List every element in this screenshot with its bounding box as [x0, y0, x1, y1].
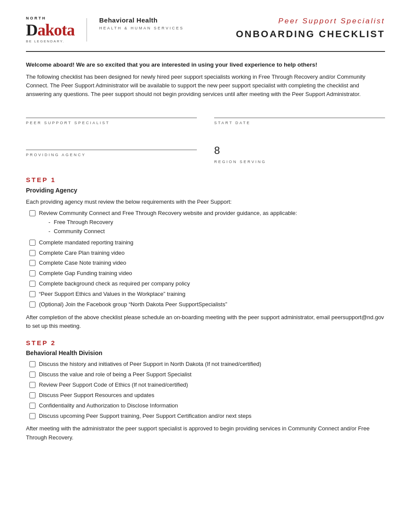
list-item: Discuss Peer Support Resources and updat… [29, 391, 385, 400]
list-item: Review Peer Support Code of Ethics (If n… [29, 381, 385, 389]
list-item-text: Review Peer Support Code of Ethics (If n… [39, 381, 188, 389]
checkbox-icon[interactable] [29, 403, 35, 409]
list-item: Complete Care Plan training video [29, 249, 385, 257]
start-date-field: START DATE [214, 111, 385, 140]
checkbox-icon[interactable] [29, 291, 35, 297]
list-item-text: (Optional) Join the Facebook group “Nort… [39, 301, 227, 309]
dakota-akota: akota [37, 21, 74, 39]
list-item-text: Complete background check as required pe… [39, 280, 190, 288]
list-item-text: Discuss the value and role of being a Pe… [39, 371, 192, 379]
providing-agency-label: PROVIDING AGENCY [26, 152, 197, 158]
step1-checklist: Review Community Connect and Free Throug… [29, 209, 385, 308]
list-item-text: Confidentiality and Authorization to Dis… [39, 402, 178, 410]
checkbox-icon[interactable] [29, 413, 35, 419]
step1-intro: Each providing agency must review the be… [26, 198, 385, 206]
checkbox-icon[interactable] [29, 270, 35, 276]
checkbox-icon[interactable] [29, 361, 35, 367]
be-legendary: Be Legendary. [26, 39, 74, 44]
list-item-text: “Peer Support Ethics and Values in the W… [39, 290, 185, 298]
logo-divider [87, 18, 87, 42]
checkbox-icon[interactable] [29, 210, 35, 216]
list-item: Discuss upcoming Peer Support training, … [29, 412, 385, 420]
dakota-logo: Dakota [26, 22, 74, 38]
sub-list: Free Through Recovery Community Connect [39, 218, 297, 236]
bh-sub: HEALTH & HUMAN SERVICES [99, 26, 184, 32]
peer-specialist-field: PEER SUPPORT SPECIALIST [26, 111, 197, 140]
step2-checklist: Discuss the history and initiatives of P… [29, 360, 385, 420]
list-item: Discuss the history and initiatives of P… [29, 360, 385, 369]
list-item-text: Discuss upcoming Peer Support training, … [39, 412, 251, 420]
region-serving-field: 8 REGION SERVING [214, 143, 385, 165]
list-item: Review Community Connect and Free Throug… [29, 209, 385, 237]
fields-row-2: PROVIDING AGENCY 8 REGION SERVING [26, 143, 385, 165]
sub-list-item: Community Connect [48, 228, 297, 236]
list-item-text: Discuss Peer Support Resources and updat… [39, 391, 154, 400]
sub-list-item: Free Through Recovery [48, 218, 297, 227]
list-item: Confidentiality and Authorization to Dis… [29, 402, 385, 410]
start-date-line [214, 118, 385, 118]
region-value: 8 [214, 143, 385, 158]
peer-title: Peer Support Specialist [236, 16, 385, 27]
header-right: Peer Support Specialist ONBOARDING CHECK… [236, 16, 385, 41]
dakota-d: D [26, 21, 37, 39]
region-serving-label: REGION SERVING [214, 159, 385, 165]
step1-section: STEP 1 Providing Agency Each providing a… [26, 175, 385, 330]
checkbox-icon[interactable] [29, 382, 35, 388]
step1-after: After completion of the above checklist … [26, 313, 385, 330]
peer-specialist-label: PEER SUPPORT SPECIALIST [26, 120, 197, 126]
start-date-label: START DATE [214, 120, 385, 126]
list-item: Complete mandated reporting training [29, 239, 385, 247]
providing-agency-field: PROVIDING AGENCY [26, 143, 197, 165]
list-item: (Optional) Join the Facebook group “Nort… [29, 301, 385, 309]
bh-title: Behavioral Health [99, 16, 184, 26]
step1-subheading: Providing Agency [26, 186, 385, 195]
list-item-text: Discuss the history and initiatives of P… [39, 360, 261, 369]
logo-block: NORTH Dakota Be Legendary. Behavioral He… [26, 16, 184, 44]
page: NORTH Dakota Be Legendary. Behavioral He… [0, 0, 411, 532]
checkbox-icon[interactable] [29, 301, 35, 308]
peer-field-line [26, 118, 197, 118]
list-item: Complete Case Note training video [29, 259, 385, 267]
list-item-text: Review Community Connect and Free Throug… [39, 209, 297, 237]
list-item: “Peer Support Ethics and Values in the W… [29, 290, 385, 298]
list-item: Discuss the value and role of being a Pe… [29, 371, 385, 379]
bh-block: Behavioral Health HEALTH & HUMAN SERVICE… [99, 16, 184, 31]
list-item-text: Complete Case Note training video [39, 259, 126, 267]
checkbox-icon[interactable] [29, 240, 35, 246]
checkbox-icon[interactable] [29, 250, 35, 256]
step1-heading: STEP 1 [26, 175, 385, 185]
agency-line [26, 150, 197, 150]
list-item: Complete background check as required pe… [29, 280, 385, 288]
checkbox-icon[interactable] [29, 260, 35, 266]
checkbox-icon[interactable] [29, 392, 35, 398]
step2-heading: STEP 2 [26, 338, 385, 348]
list-item: Complete Gap Funding training video [29, 269, 385, 278]
welcome-section: Welcome aboard! We are so excited that y… [26, 61, 385, 99]
header-divider [26, 51, 385, 52]
list-item-text: Complete mandated reporting training [39, 239, 133, 247]
welcome-body: The following checklist has been designe… [26, 73, 385, 99]
start-date-value [214, 127, 385, 140]
logo-left: NORTH Dakota Be Legendary. [26, 16, 74, 44]
step2-after: After meeting with the administrator the… [26, 424, 385, 442]
list-item-text: Complete Care Plan training video [39, 249, 125, 257]
fields-row-1: PEER SUPPORT SPECIALIST START DATE [26, 111, 385, 140]
header: NORTH Dakota Be Legendary. Behavioral He… [26, 16, 385, 44]
welcome-bold: Welcome aboard! We are so excited that y… [26, 61, 385, 69]
list-item-text: Complete Gap Funding training video [39, 269, 132, 278]
checkbox-icon[interactable] [29, 281, 35, 287]
checkbox-icon[interactable] [29, 372, 35, 378]
fields-section: PEER SUPPORT SPECIALIST START DATE PROVI… [26, 111, 385, 165]
step2-subheading: Behavioral Health Division [26, 349, 385, 358]
step2-section: STEP 2 Behavioral Health Division Discus… [26, 338, 385, 442]
onboarding-label: ONBOARDING CHECKLIST [236, 27, 385, 41]
